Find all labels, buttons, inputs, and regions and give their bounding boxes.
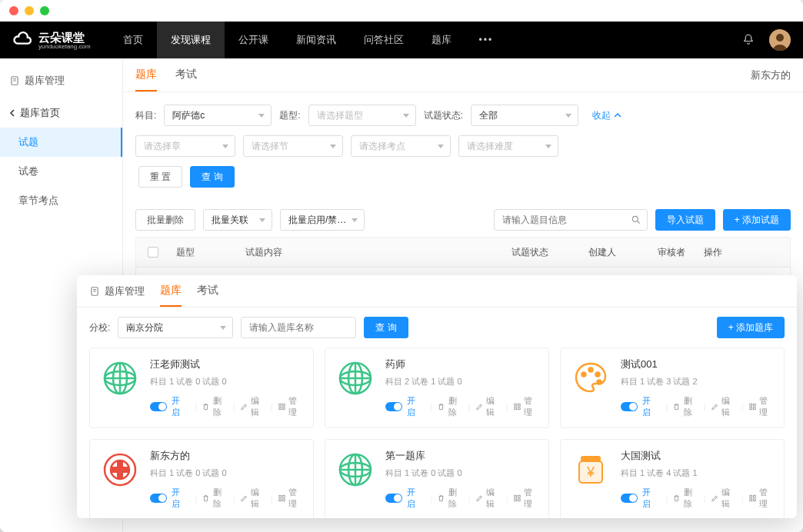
nav-question-bank[interactable]: 题库 <box>418 22 465 58</box>
difficulty-select[interactable]: 请选择难度 <box>458 135 558 157</box>
card-edit[interactable]: 编辑 <box>240 395 266 418</box>
minimize-window-icon[interactable] <box>25 6 34 15</box>
card-edit[interactable]: 编辑 <box>711 395 737 418</box>
status-select[interactable]: 全部 <box>471 105 578 126</box>
open-label: 开启 <box>642 395 658 418</box>
card-edit[interactable]: 编辑 <box>475 395 501 418</box>
collapse-toggle[interactable]: 收起 <box>592 109 621 122</box>
svg-rect-25 <box>518 404 520 406</box>
card-manage[interactable]: 管理 <box>278 487 304 510</box>
card-manage[interactable]: 管理 <box>748 487 775 510</box>
section-select[interactable]: 请选择节 <box>243 135 343 157</box>
open-toggle[interactable] <box>385 494 402 503</box>
card-title: 测试001 <box>621 357 775 371</box>
nav-open-class[interactable]: 公开课 <box>225 22 282 58</box>
card-delete[interactable]: 删除 <box>672 395 698 418</box>
search-icon[interactable] <box>631 214 641 225</box>
nav-discover-courses[interactable]: 发现课程 <box>157 22 225 58</box>
svg-rect-33 <box>753 404 755 406</box>
close-window-icon[interactable] <box>9 6 18 15</box>
chevron-up-icon <box>614 111 621 119</box>
top-nav: 云朵课堂 yunduoketang.com 首页 发现课程 公开课 新闻资讯 问… <box>0 22 803 58</box>
overlay-query-button[interactable]: 查 询 <box>364 317 408 338</box>
import-button[interactable]: 导入试题 <box>655 209 715 231</box>
overlay-tab-exam[interactable]: 考试 <box>197 275 218 307</box>
type-select[interactable]: 请选择题型 <box>308 105 416 126</box>
svg-rect-54 <box>581 457 600 461</box>
card-manage[interactable]: 管理 <box>278 395 304 418</box>
svg-rect-51 <box>515 499 517 501</box>
svg-rect-42 <box>279 499 282 501</box>
tab-question-bank[interactable]: 题库 <box>135 58 157 91</box>
card-manage[interactable]: 管理 <box>513 487 539 510</box>
sidebar-item-chapters[interactable]: 章节考点 <box>0 186 122 215</box>
svg-rect-40 <box>279 495 282 497</box>
coin-red-icon <box>99 449 141 490</box>
sidebar-item-papers[interactable]: 试卷 <box>0 157 122 186</box>
sidebar-item-questions[interactable]: 试题 <box>0 128 122 157</box>
point-select[interactable]: 请选择考点 <box>351 135 451 157</box>
open-toggle[interactable] <box>150 494 167 503</box>
card-delete[interactable]: 删除 <box>437 395 463 418</box>
maximize-window-icon[interactable] <box>40 6 49 15</box>
nav-more-icon[interactable]: ••• <box>465 22 508 58</box>
branch-select[interactable]: 南京分院 <box>118 317 233 338</box>
nav-qa[interactable]: 问答社区 <box>350 22 418 58</box>
open-toggle[interactable] <box>385 402 402 411</box>
logo[interactable]: 云朵课堂 yunduoketang.com <box>12 29 91 51</box>
nav-home[interactable]: 首页 <box>109 22 157 58</box>
card-delete[interactable]: 删除 <box>437 487 463 510</box>
nav-news[interactable]: 新闻资讯 <box>282 22 350 58</box>
search-input[interactable] <box>494 209 648 231</box>
bulk-delete-button[interactable]: 批量删除 <box>135 209 195 231</box>
svg-rect-35 <box>753 407 755 410</box>
bank-name-input[interactable] <box>241 317 356 338</box>
add-question-button[interactable]: + 添加试题 <box>723 209 791 231</box>
bank-card[interactable]: 汪老师测试科目 1 试卷 0 试题 0开启|删除|编辑|管理 <box>89 347 314 428</box>
open-label: 开启 <box>172 487 187 510</box>
svg-rect-52 <box>518 499 520 501</box>
overlay-window: 题库管理 题库 考试 分校: 南京分院 查 询 + 添加题库 汪老师测试科目 1… <box>77 275 797 518</box>
open-toggle[interactable] <box>150 402 167 411</box>
sidebar-title-text: 题库管理 <box>25 74 65 88</box>
bank-name: 新东方的 <box>751 68 791 82</box>
card-edit[interactable]: 编辑 <box>711 487 737 510</box>
bank-card[interactable]: 药师科目 2 试卷 1 试题 0开启|删除|编辑|管理 <box>325 347 549 428</box>
bell-icon[interactable] <box>741 33 755 47</box>
svg-rect-34 <box>750 407 752 410</box>
card-delete[interactable]: 删除 <box>672 487 698 510</box>
palette-orange-icon <box>570 357 611 399</box>
select-all-checkbox[interactable] <box>148 247 158 258</box>
reset-button[interactable]: 重 置 <box>138 166 182 188</box>
card-delete[interactable]: 删除 <box>202 487 228 510</box>
query-button[interactable]: 查 询 <box>190 166 234 188</box>
bulk-enable-select[interactable]: 批量启用/禁… <box>280 209 365 231</box>
type-label: 题型: <box>279 109 300 122</box>
card-delete[interactable]: 删除 <box>202 395 228 418</box>
avatar[interactable] <box>769 29 791 51</box>
open-toggle[interactable] <box>621 494 638 503</box>
subject-select[interactable]: 阿萨德c <box>164 105 272 126</box>
chapter-select[interactable]: 请选择章 <box>135 135 235 157</box>
bank-card[interactable]: 测试001科目 1 试卷 3 试题 2开启|删除|编辑|管理 <box>560 347 785 428</box>
card-manage[interactable]: 管理 <box>748 395 775 418</box>
bank-card[interactable]: 新东方的科目 1 试卷 0 试题 0开启|删除|编辑|管理 <box>89 439 314 518</box>
col-creator: 创建人 <box>582 246 651 259</box>
bulk-link-select[interactable]: 批量关联 <box>203 209 272 231</box>
tab-exam[interactable]: 考试 <box>175 58 197 91</box>
card-manage[interactable]: 管理 <box>513 395 539 418</box>
status-label: 试题状态: <box>424 109 463 122</box>
sidebar-back[interactable]: 题库首页 <box>0 98 122 128</box>
card-edit[interactable]: 编辑 <box>475 487 501 510</box>
open-toggle[interactable] <box>621 402 638 411</box>
card-edit[interactable]: 编辑 <box>240 487 266 510</box>
svg-rect-41 <box>282 495 285 497</box>
add-bank-button[interactable]: + 添加题库 <box>717 317 785 338</box>
svg-rect-50 <box>518 495 520 497</box>
bank-card[interactable]: ¥大国测试科目 1 试卷 4 试题 1开启|删除|编辑|管理 <box>560 439 785 518</box>
bank-card[interactable]: 第一题库科目 1 试卷 0 试题 0开启|删除|编辑|管理 <box>325 439 549 518</box>
tabs-bar: 题库 考试 新东方的 <box>123 58 803 92</box>
overlay-tab-bank[interactable]: 题库 <box>160 275 182 307</box>
card-meta: 科目 1 试卷 0 试题 0 <box>150 467 304 479</box>
svg-rect-17 <box>279 407 282 410</box>
